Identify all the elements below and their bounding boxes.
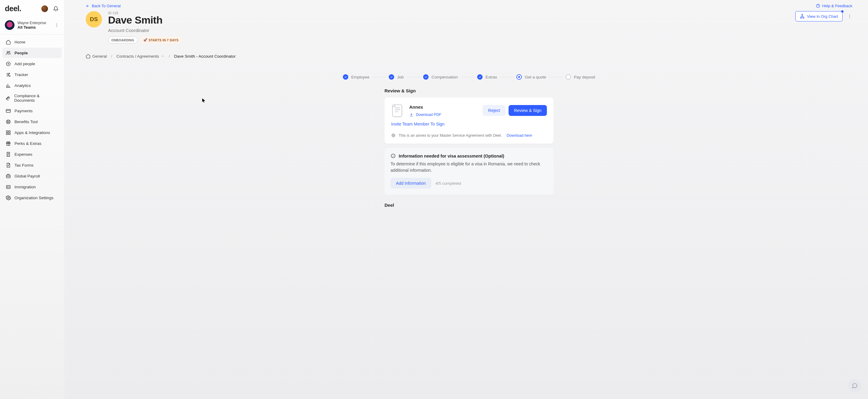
svg-point-0 bbox=[7, 51, 8, 53]
nav-settings[interactable]: Organization Settings bbox=[2, 192, 62, 203]
briefcase-icon bbox=[5, 173, 11, 179]
step-connector-icon bbox=[549, 77, 563, 77]
view-org-chart-label: View In Org Chart bbox=[807, 14, 838, 19]
nav-label: Home bbox=[14, 40, 25, 44]
step-label: Employee bbox=[351, 75, 369, 80]
grid-icon bbox=[5, 130, 11, 135]
nav-expenses[interactable]: Expenses bbox=[2, 149, 62, 159]
back-link[interactable]: Back To General bbox=[86, 4, 121, 8]
receipt-icon bbox=[5, 152, 11, 157]
home-icon bbox=[5, 39, 11, 45]
nav-label: Organization Settings bbox=[14, 195, 54, 200]
separator-icon: / bbox=[169, 54, 170, 59]
check-circle-icon bbox=[423, 74, 429, 80]
home-icon bbox=[86, 54, 91, 59]
nav-label: Immigration bbox=[14, 185, 36, 189]
profile-kebab-icon[interactable]: ⋮ bbox=[847, 14, 852, 19]
svg-point-8 bbox=[7, 121, 9, 123]
step-label: Pay deposit bbox=[574, 75, 595, 80]
msa-download-link[interactable]: Download here bbox=[507, 133, 532, 137]
step-job[interactable]: Job bbox=[389, 74, 404, 80]
profile-role: Account Coordinator bbox=[108, 28, 182, 33]
profile-name: Dave Smith bbox=[108, 14, 182, 26]
breadcrumb-current: Dave Smith - Account Coordinator bbox=[174, 54, 236, 59]
svg-rect-6 bbox=[6, 109, 10, 112]
svg-point-4 bbox=[8, 74, 9, 75]
main: Back To General Help & Feedback DS ID 11… bbox=[65, 0, 868, 399]
check-circle-icon bbox=[343, 74, 348, 80]
svg-rect-21 bbox=[800, 17, 802, 18]
circle-empty-icon bbox=[566, 74, 571, 80]
step-compensation[interactable]: Compensation bbox=[423, 74, 458, 80]
download-pdf-link[interactable]: Download PDF bbox=[409, 113, 441, 117]
review-sign-button[interactable]: Review & Sign bbox=[508, 105, 547, 116]
profile-header: DS ID 118 Dave Smith Account Coordinator… bbox=[86, 11, 852, 43]
bar-chart-icon bbox=[5, 83, 11, 88]
nav-label: Tax Forms bbox=[14, 163, 33, 167]
circle-dot-icon bbox=[517, 74, 522, 80]
svg-rect-20 bbox=[802, 14, 803, 15]
nav-home[interactable]: Home bbox=[2, 37, 62, 47]
nav-label: Tracker bbox=[14, 72, 28, 77]
help-label: Help & Feedback bbox=[822, 4, 852, 8]
sliders-icon bbox=[5, 72, 11, 77]
breadcrumb-general[interactable]: General bbox=[86, 54, 107, 59]
info-icon bbox=[391, 133, 396, 137]
step-employee[interactable]: Employee bbox=[343, 74, 369, 80]
reject-button[interactable]: Reject bbox=[483, 105, 505, 116]
nav-analytics[interactable]: Analytics bbox=[2, 80, 62, 91]
svg-point-5 bbox=[9, 75, 10, 76]
svg-rect-10 bbox=[8, 131, 10, 132]
add-information-button[interactable]: Add Information bbox=[391, 178, 431, 189]
nav-payroll[interactable]: Global Payroll bbox=[2, 171, 62, 181]
nav-tax[interactable]: Tax Forms bbox=[2, 160, 62, 170]
sidebar: deel. Wayne Enterprise All Teams ⋮ Home bbox=[0, 0, 65, 399]
nav-payments[interactable]: Payments bbox=[2, 105, 62, 116]
invite-link[interactable]: Invite Team Member To Sign bbox=[391, 122, 444, 126]
org-teams: All Teams bbox=[18, 25, 46, 30]
arrow-left-icon bbox=[86, 4, 90, 8]
nav-apps[interactable]: Apps & Integrations bbox=[2, 127, 62, 137]
nav-people[interactable]: People bbox=[2, 48, 62, 58]
check-circle-icon bbox=[477, 74, 483, 80]
nav-label: Payments bbox=[14, 109, 33, 113]
nav-label: People bbox=[14, 51, 28, 55]
nav-immigration[interactable]: Immigration bbox=[2, 182, 62, 192]
chevron-down-icon bbox=[161, 54, 164, 58]
breadcrumb-contracts[interactable]: Contracts / Agreements bbox=[117, 54, 164, 59]
step-quote[interactable]: Get a quote bbox=[517, 74, 546, 80]
kebab-icon[interactable]: ⋮ bbox=[54, 23, 59, 28]
content: Review & Sign Annex bbox=[384, 88, 554, 208]
people-icon bbox=[5, 50, 11, 56]
nav-tracker[interactable]: Tracker bbox=[2, 69, 62, 80]
nav-label: Expenses bbox=[14, 152, 32, 157]
step-connector-icon bbox=[407, 77, 420, 77]
profile-avatar: DS bbox=[86, 11, 102, 28]
chip-onboarding: ONBOARDING bbox=[108, 36, 137, 43]
org-avatar-icon bbox=[5, 20, 14, 30]
nav-compliance[interactable]: Compliance & Documents bbox=[2, 91, 62, 105]
step-extras[interactable]: Extras bbox=[477, 74, 497, 80]
bell-icon[interactable] bbox=[52, 5, 59, 12]
nav-perks[interactable]: Perks & Extras bbox=[2, 138, 62, 149]
nav-add-people[interactable]: Add people bbox=[2, 59, 62, 69]
gavel-icon bbox=[5, 95, 10, 101]
card-icon bbox=[5, 108, 11, 114]
step-label: Compensation bbox=[432, 75, 458, 80]
nav: Home People Add people Tracker Analytics… bbox=[0, 34, 64, 399]
chat-fab[interactable] bbox=[848, 379, 861, 392]
visa-body: To determine if this employee is eligibl… bbox=[391, 161, 548, 174]
nav-benefits[interactable]: Benefits Tool bbox=[2, 117, 62, 127]
step-deposit[interactable]: Pay deposit bbox=[566, 74, 595, 80]
help-link[interactable]: Help & Feedback bbox=[816, 4, 852, 8]
view-org-chart-button[interactable]: View In Org Chart bbox=[795, 11, 843, 22]
chip-starts: 🚀 STARTS IN 7 DAYS bbox=[140, 36, 182, 43]
step-connector-icon bbox=[500, 77, 514, 77]
svg-point-17 bbox=[7, 186, 8, 187]
info-outline-icon bbox=[391, 153, 396, 158]
org-switcher[interactable]: Wayne Enterprise All Teams ⋮ bbox=[0, 17, 64, 34]
breadcrumb: General / Contracts / Agreements / Dave … bbox=[86, 54, 852, 59]
back-label: Back To General bbox=[92, 4, 121, 8]
check-circle-icon bbox=[389, 74, 394, 80]
user-avatar[interactable] bbox=[41, 5, 48, 12]
